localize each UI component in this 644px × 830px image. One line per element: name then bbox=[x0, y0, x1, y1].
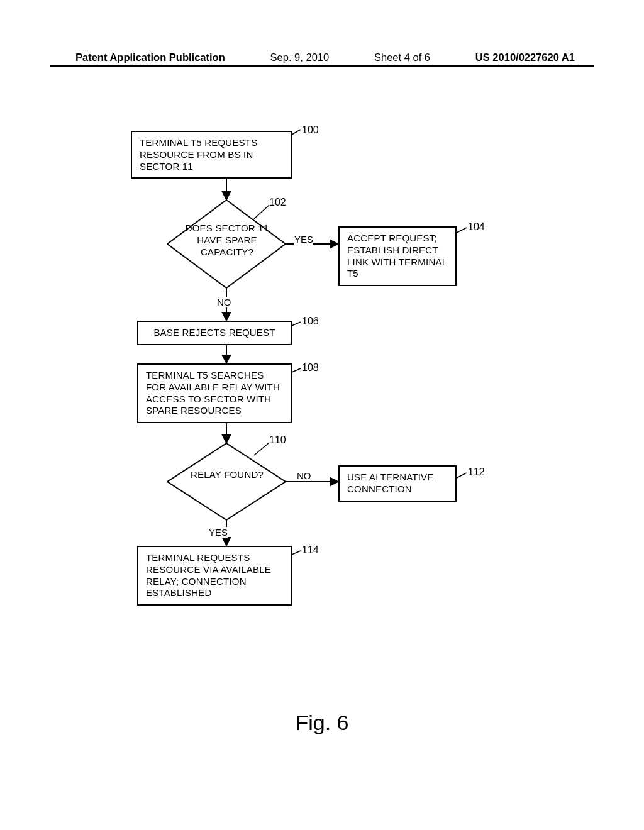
ref-label: 106 bbox=[302, 316, 319, 327]
node-text: TERMINAL T5 SEARCHES FOR AVAILABLE RELAY… bbox=[146, 370, 280, 416]
svg-line-9 bbox=[292, 130, 301, 135]
edge-label-yes: YES bbox=[209, 527, 228, 538]
ref-label: 112 bbox=[468, 467, 485, 478]
svg-line-14 bbox=[292, 551, 301, 555]
svg-line-12 bbox=[292, 368, 301, 372]
edge-label-yes: YES bbox=[294, 234, 313, 245]
node-text: BASE REJECTS REQUEST bbox=[153, 327, 275, 338]
header-rule bbox=[50, 65, 594, 67]
publication-label: Patent Application Publication bbox=[75, 52, 225, 64]
node-decision-110 bbox=[167, 443, 286, 520]
edge-label-no: NO bbox=[217, 297, 231, 307]
ref-label: 114 bbox=[302, 545, 319, 556]
node-process-100: TERMINAL T5 REQUESTS RESOURCE FROM BS IN… bbox=[131, 131, 292, 179]
ref-label: 110 bbox=[269, 434, 286, 446]
publication-date: Sep. 9, 2010 bbox=[270, 52, 330, 64]
page-header: Patent Application Publication Sep. 9, 2… bbox=[0, 52, 644, 64]
node-text: DOES SECTOR 11 HAVE SPARE CAPACITY? bbox=[174, 223, 280, 258]
figure-caption: Fig. 6 bbox=[0, 711, 644, 735]
node-text: TERMINAL REQUESTS RESOURCE VIA AVAILABLE… bbox=[146, 552, 271, 598]
svg-line-11 bbox=[292, 322, 301, 326]
publication-number: US 2010/0227620 A1 bbox=[475, 52, 575, 64]
node-text: TERMINAL T5 REQUESTS RESOURCE FROM BS IN… bbox=[140, 137, 257, 172]
edge-label-no: NO bbox=[297, 470, 311, 481]
ref-label: 108 bbox=[302, 362, 319, 374]
node-process-106: BASE REJECTS REQUEST bbox=[137, 321, 292, 345]
node-text: RELAY FOUND? bbox=[174, 469, 280, 481]
node-text: ACCEPT REQUEST; ESTABLISH DIRECT LINK WI… bbox=[347, 233, 447, 279]
ref-label: 102 bbox=[269, 197, 286, 208]
svg-line-13 bbox=[457, 473, 467, 478]
ref-label: 104 bbox=[468, 221, 485, 233]
node-process-108: TERMINAL T5 SEARCHES FOR AVAILABLE RELAY… bbox=[137, 363, 292, 423]
node-text: USE ALTERNATIVE CONNECTION bbox=[347, 472, 433, 494]
svg-line-10 bbox=[457, 228, 467, 233]
sheet-number: Sheet 4 of 6 bbox=[374, 52, 430, 64]
svg-marker-16 bbox=[167, 443, 286, 520]
flowchart: TERMINAL T5 REQUESTS RESOURCE FROM BS IN… bbox=[75, 126, 553, 673]
node-process-112: USE ALTERNATIVE CONNECTION bbox=[338, 465, 457, 502]
node-process-104: ACCEPT REQUEST; ESTABLISH DIRECT LINK WI… bbox=[338, 226, 457, 286]
ref-label: 100 bbox=[302, 124, 319, 136]
node-process-114: TERMINAL REQUESTS RESOURCE VIA AVAILABLE… bbox=[137, 546, 292, 606]
